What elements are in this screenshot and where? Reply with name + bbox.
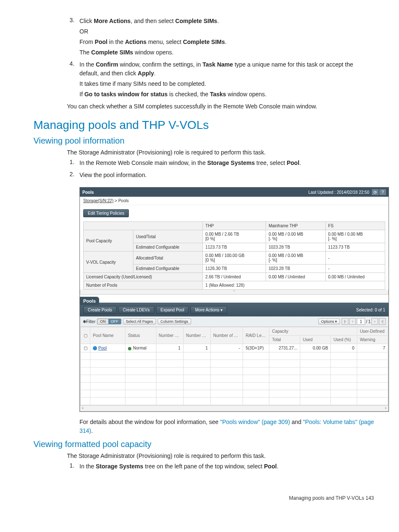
paragraph: The Storage Administrator (Provisioning)… bbox=[33, 148, 374, 157]
pool-link[interactable]: Pool bbox=[98, 346, 107, 350]
filter-bar: ✱Filter ONOFF Select All Pages Column Se… bbox=[80, 316, 389, 327]
refresh-icon[interactable]: ⟳ bbox=[372, 189, 379, 195]
step-number: 1. bbox=[67, 462, 79, 473]
pool-icon bbox=[93, 346, 97, 350]
status-normal-icon bbox=[128, 347, 131, 350]
step-text: The Complete SIMs window opens. bbox=[79, 48, 374, 57]
page-of-label: / 1 bbox=[366, 319, 371, 324]
row-checkbox[interactable]: ▢ bbox=[81, 344, 90, 352]
column-settings-button[interactable]: Column Settings bbox=[158, 319, 191, 324]
expand-pool-button[interactable]: Expand Pool bbox=[156, 306, 189, 314]
pools-toolbar: Create Pools Create LDEVs Expand Pool Mo… bbox=[80, 303, 389, 316]
step-text: From Pool in the Actions menu, select Co… bbox=[79, 38, 374, 46]
page-first-icon[interactable]: |‹ bbox=[342, 318, 348, 325]
horizontal-scrollbar[interactable] bbox=[80, 406, 389, 411]
step-text: View the pool information. bbox=[79, 171, 374, 180]
pools-grid: ▢ Pool Name Status Number of Pool VOLs N… bbox=[80, 327, 388, 405]
last-updated-label: Last Updated : 2014/02/18 22:50 bbox=[308, 190, 369, 195]
create-ldevs-button[interactable]: Create LDEVs bbox=[118, 306, 154, 314]
col-mf-thp: Mainframe THP bbox=[266, 222, 325, 230]
page-number-input[interactable]: 1 bbox=[357, 318, 365, 325]
step-number: 3. bbox=[67, 17, 79, 59]
breadcrumb-link[interactable]: Storage(S/N:22) bbox=[83, 198, 113, 203]
table-row[interactable]: ▢ Pool Normal 1 1 - 5(3D+1P) 2731.27... … bbox=[81, 344, 388, 352]
more-actions-button[interactable]: More Actions ▾ bbox=[190, 306, 227, 314]
create-pools-button[interactable]: Create Pools bbox=[83, 306, 117, 314]
page-footer: Managing pools and THP V-VOLs 143 bbox=[0, 483, 399, 509]
window-titlebar: Pools Last Updated : 2014/02/18 22:50 ⟳ … bbox=[80, 188, 389, 197]
help-icon[interactable]: ? bbox=[379, 189, 386, 195]
paragraph: For details about the window for pool in… bbox=[33, 418, 374, 435]
selection-count: Selected: 0 of 1 bbox=[356, 308, 386, 312]
pager: |‹ ‹ 1 / 1 › ›| bbox=[342, 318, 386, 325]
filter-label: ✱Filter bbox=[83, 319, 95, 324]
page-last-icon[interactable]: ›| bbox=[379, 318, 386, 325]
paragraph: You can check whether a SIM completes su… bbox=[33, 102, 374, 111]
step-number: 4. bbox=[67, 60, 79, 100]
col-thp: THP bbox=[203, 222, 266, 230]
subsection-heading: Viewing pool information bbox=[33, 136, 374, 146]
breadcrumb: Storage(S/N:22) > Pools bbox=[80, 197, 389, 205]
step-number: 2. bbox=[67, 171, 79, 181]
step-text: In the Confirm window, confirm the setti… bbox=[79, 60, 374, 78]
page-next-icon[interactable]: › bbox=[371, 318, 378, 325]
section-heading: Managing pools and THP V-VOLs bbox=[33, 118, 374, 132]
paragraph: The Storage Administrator (Provisioning)… bbox=[33, 452, 374, 460]
screenshot-pools-window: Pools Last Updated : 2014/02/18 22:50 ⟳ … bbox=[79, 187, 389, 412]
step-text: OR bbox=[79, 27, 374, 36]
link-pools-window[interactable]: "Pools window" (page 309) bbox=[220, 419, 290, 425]
edit-tiering-policies-button[interactable]: Edit Tiering Policies bbox=[83, 209, 129, 217]
step-number: 1. bbox=[67, 159, 79, 169]
select-all-checkbox[interactable]: ▢ bbox=[81, 327, 90, 344]
window-title: Pools bbox=[82, 190, 94, 195]
filter-toggle[interactable]: ONOFF bbox=[97, 319, 121, 324]
select-all-pages-button[interactable]: Select All Pages bbox=[123, 319, 156, 324]
step-text: In the Storage Systems tree on the left … bbox=[79, 462, 374, 471]
col-fs: FS bbox=[325, 222, 385, 230]
step-text: Click More Actions, and then select Comp… bbox=[79, 17, 374, 26]
summary-table: THP Mainframe THP FS Pool Capacity Used/… bbox=[83, 221, 385, 290]
step-text: In the Remote Web Console main window, i… bbox=[79, 159, 374, 167]
tab-pools[interactable]: Pools bbox=[80, 297, 99, 305]
subsection-heading: Viewing formatted pool capacity bbox=[33, 439, 374, 449]
step-text: If Go to tasks window for status is chec… bbox=[79, 90, 374, 99]
breadcrumb-current: Pools bbox=[118, 198, 129, 203]
page-prev-icon[interactable]: ‹ bbox=[349, 318, 356, 325]
options-menu[interactable]: Options ▾ bbox=[318, 319, 340, 324]
step-text: It takes time if many SIMs need to be co… bbox=[79, 80, 374, 88]
